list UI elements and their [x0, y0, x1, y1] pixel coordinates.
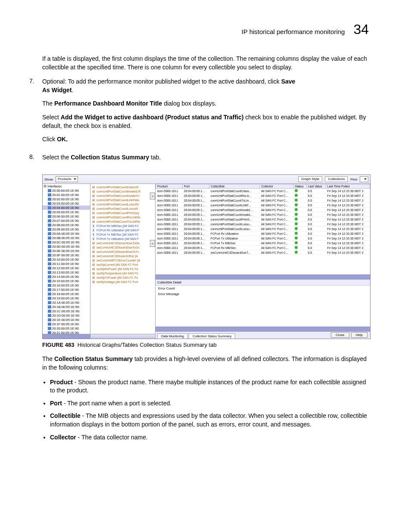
metrics-list[interactable]: ΩconnUnitPortStatCountClass3DΩconnUnitPo… — [90, 184, 155, 285]
tree-item[interactable]: 20:05:00:05:1E:90: — [43, 210, 90, 214]
metric-item[interactable]: ΩswConnUnitC3DiscardDueToTx — [91, 249, 154, 254]
tree-item[interactable]: 20:0D:00:05:1E:90: — [43, 244, 90, 249]
metric-label: connUnitPortStatCountRxLinkRe — [97, 216, 140, 219]
move-left-button[interactable]: < — [150, 240, 155, 247]
metric-item[interactable]: ΩswSfpRxPower [All SAN FC Po — [91, 267, 154, 271]
tree-item[interactable]: 20:0A:00:05:1E:90: — [43, 231, 90, 236]
metric-item[interactable]: ΩconnUnitPortStatCountLinkFailu — [91, 198, 154, 202]
tree-item[interactable]: 20:19:00:05:1E:90: — [43, 296, 90, 300]
tree-item[interactable]: 20:0F:00:05:1E:90: — [43, 253, 90, 257]
tree-item[interactable]: 20:1A:00:05:1E:90: — [43, 300, 90, 305]
grid-hscroll[interactable] — [156, 274, 370, 279]
grid-row[interactable]: dcm-5000-101120:04:00:05:1...connUnitPor… — [156, 198, 370, 203]
tree-item[interactable]: 20:18:00:05:1E:90: — [43, 292, 90, 296]
metrics-hscroll[interactable] — [90, 334, 155, 339]
metric-item[interactable]: ΣFCPort Tx Utilization [All SAN F — [91, 236, 154, 241]
results-grid[interactable]: ProductPortCollectibleCollectorStatusLas… — [156, 184, 370, 255]
metric-item[interactable]: ΩswSfpTxPower [All SAN FC Po — [91, 275, 154, 280]
tree-item[interactable]: 20:07:00:05:1E:90: — [43, 218, 90, 223]
tree-item[interactable]: 20:11:00:05:1E:90: — [43, 261, 90, 266]
tree-item[interactable]: 20:06:00:05:1E:90: — [43, 214, 90, 218]
tree-item[interactable]: 20:02:00:05:1E:90: — [43, 197, 90, 201]
metric-item[interactable]: ΩswSfpTemperature [All SAN FC — [91, 271, 154, 275]
grid-row[interactable]: dcm-5000-101120:04:00:05:1...connUnitPor… — [156, 193, 370, 198]
tree-item[interactable]: 20:20:00:05:1E:90: — [43, 326, 90, 330]
graph-style-button[interactable]: Graph Style — [298, 176, 322, 182]
grid-header[interactable]: Last Value — [306, 184, 326, 189]
grid-row[interactable]: dcm-5000-101120:04:00:05:1...FCPort Rx U… — [156, 231, 370, 236]
tree-item[interactable]: 20:1C:00:05:1E:90: — [43, 309, 90, 313]
tree-item[interactable]: 20:1B:00:05:1E:90: — [43, 305, 90, 309]
grid-row[interactable]: dcm-5000-101120:04:00:05:1...swConnUnitC… — [156, 250, 370, 255]
cell-last-time: Fri Sep 14 12:15:30 MDT 2 — [326, 227, 370, 231]
grid-row[interactable]: dcm-5000-101120:04:00:05:1...connUnitPor… — [156, 203, 370, 208]
tree-item[interactable]: 20:1E:00:05:1E:90: — [43, 317, 90, 322]
metric-item[interactable]: ΣFCPort Rx MB/Sec [All SAN FC — [91, 224, 154, 228]
tree-item[interactable]: 20:12:00:05:1E:90: — [43, 266, 90, 270]
grid-row[interactable]: dcm-5000-101120:04:00:05:1...connUnitPor… — [156, 212, 370, 217]
tree-item[interactable]: 20:21:00:05:1E:90: — [43, 330, 90, 334]
tree-item[interactable]: 20:0E:00:05:1E:90: — [43, 249, 90, 253]
tree-item[interactable]: 20:09:00:05:1E:90: — [43, 227, 90, 231]
tree-item[interactable]: 20:0C:00:05:1E:90: — [43, 240, 90, 244]
collections-button[interactable]: Collections — [325, 176, 348, 182]
close-button[interactable]: Close — [331, 332, 349, 338]
metric-type-icon: Ω — [91, 259, 96, 262]
metric-item[interactable]: ΩconnUnitPortStatCountRxLinkRe — [91, 215, 154, 219]
tree-item[interactable]: 20:14:00:05:1E:90: — [43, 274, 90, 279]
metric-item[interactable]: ΩconnUnitPortStatCountInvalidCR — [91, 189, 154, 193]
grid-header[interactable]: Port — [183, 184, 209, 189]
grid-header[interactable]: Last Time Polled — [326, 184, 370, 189]
metric-item[interactable]: ΩswSfpCurrent [All SAN FC Port — [91, 262, 154, 267]
metric-item[interactable]: ΩconnUnitPortStatCountLossofS — [91, 206, 154, 211]
metric-item[interactable]: ΣFCPort Rx Utilization [All SAN F — [91, 228, 154, 232]
grid-row[interactable]: dcm-5000-101120:04:00:05:1...connUnitPor… — [156, 222, 370, 227]
grid-header[interactable]: Collectible — [209, 184, 260, 189]
grid-row[interactable]: dcm-5000-101120:04:00:05:1...FCPort Tx U… — [156, 236, 370, 241]
metric-item[interactable]: ΩswConnUnitC3DiscardOther [A — [91, 254, 154, 258]
tree-item[interactable]: 20:04:00:05:1E:90: — [43, 205, 90, 210]
metric-item[interactable]: ΩswSfpVoltage [All SAN FC Port — [91, 280, 154, 284]
find-select[interactable] — [360, 176, 368, 182]
metric-item[interactable]: ΩconnUnitPortStatCountTxLinkRe — [91, 219, 154, 224]
grid-header[interactable]: Collector — [260, 184, 293, 189]
help-button[interactable]: Help — [351, 332, 367, 338]
device-tree[interactable]: ⊟ Interfaces20:00:00:05:1E:90:20:01:00:0… — [43, 184, 90, 334]
tree-item[interactable]: 20:03:00:05:1E:90: — [43, 201, 90, 205]
tree-item[interactable]: 20:08:00:05:1E:90: — [43, 223, 90, 227]
tree-item[interactable]: 20:0B:00:05:1E:90: — [43, 236, 90, 240]
grid-row[interactable]: dcm-5000-101120:04:00:05:1...connUnitPor… — [156, 227, 370, 231]
grid-header[interactable]: Product — [156, 184, 183, 189]
tree-item[interactable]: 20:00:00:05:1E:90: — [43, 188, 90, 193]
metric-item[interactable]: ΩconnUnitPortStatCountLossofSi — [91, 202, 154, 206]
grid-row[interactable]: dcm-5000-101120:04:00:05:1...FCPort Rx M… — [156, 246, 370, 250]
products-select[interactable]: Products — [56, 176, 78, 182]
tab-collection-status-summary[interactable]: Collection Status Summary — [189, 333, 235, 339]
metric-item[interactable]: ΩswConnUnitC3DiscardDueToDe — [91, 241, 154, 245]
grid-row[interactable]: dcm-5000-101120:04:00:05:1...connUnitPor… — [156, 217, 370, 222]
tab-data-monitoring[interactable]: Data Monitoring — [157, 333, 188, 339]
grid-row[interactable]: dcm-5000-101120:04:00:05:1...connUnitPor… — [156, 189, 370, 193]
tree-root[interactable]: ⊟ Interfaces — [43, 184, 90, 188]
metric-item[interactable]: ΩconnUnitPortStatCountPrimSeq — [91, 211, 154, 215]
grid-header[interactable]: Status — [293, 184, 306, 189]
tree-item[interactable]: 20:17:00:05:1E:90: — [43, 287, 90, 292]
tree-item[interactable]: 20:10:00:05:1E:90: — [43, 257, 90, 261]
grid-row[interactable]: dcm-5000-101120:04:00:05:1...FCPort Tx M… — [156, 241, 370, 246]
metric-item[interactable]: ΩswConnUnitPCSErrorCounter [A — [91, 258, 154, 262]
tree-item[interactable]: 20:16:00:05:1E:90: — [43, 283, 90, 287]
tree-item[interactable]: 20:1D:00:05:1E:90: — [43, 313, 90, 317]
tree-item[interactable]: 20:1F:00:05:1E:90: — [43, 322, 90, 326]
tree-item[interactable]: 20:01:00:05:1E:90: — [43, 193, 90, 197]
grid-row[interactable]: dcm-5000-101120:04:00:05:1...connUnitPor… — [156, 208, 370, 212]
metric-item[interactable]: ΩswConnUnitC3DiscardDueToOu — [91, 245, 154, 249]
metric-item[interactable]: ΣFCPort Tx MB/Sec [All SAN FC — [91, 232, 154, 236]
metric-item[interactable]: ΩconnUnitPortStatCountInvalidTx — [91, 193, 154, 198]
figure-label: FIGURE 483 — [42, 342, 74, 348]
metric-item[interactable]: ΩconnUnitPortStatCountClass3D — [91, 185, 154, 189]
move-right-button[interactable]: > — [150, 193, 155, 199]
tree-item[interactable]: 20:15:00:05:1E:90: — [43, 279, 90, 283]
detail-hscroll[interactable] — [156, 327, 370, 331]
tree-hscroll[interactable] — [43, 334, 90, 339]
tree-item[interactable]: 20:13:00:05:1E:90: — [43, 270, 90, 274]
